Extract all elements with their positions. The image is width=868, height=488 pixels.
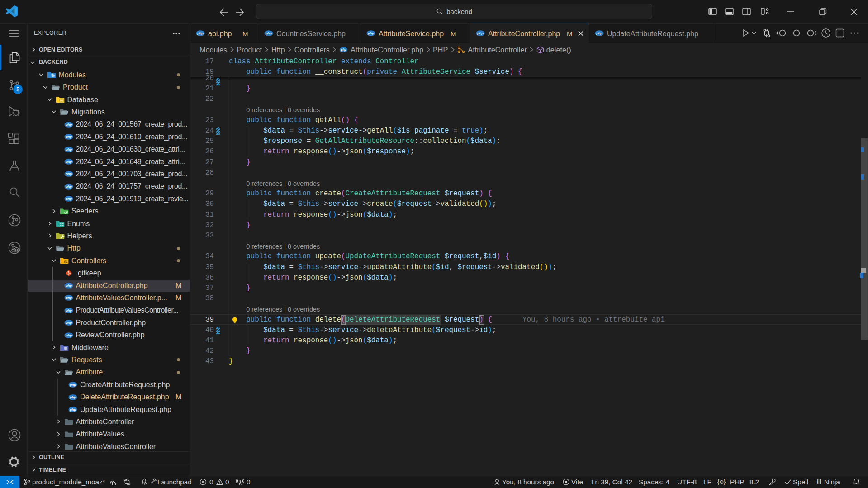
svg-text:php: php <box>65 160 72 164</box>
svg-text:php: php <box>65 123 72 127</box>
svg-text:php: php <box>65 197 72 201</box>
svg-text:php: php <box>65 308 72 313</box>
svg-text:php: php <box>367 31 374 35</box>
svg-text:php: php <box>265 31 272 35</box>
svg-text:php: php <box>596 31 602 35</box>
svg-text:php: php <box>69 395 76 399</box>
svg-text:php: php <box>65 284 72 288</box>
svg-text:php: php <box>340 48 346 52</box>
svg-text:php: php <box>65 333 72 337</box>
svg-text:php: php <box>69 383 76 387</box>
svg-text:php: php <box>65 172 72 176</box>
svg-text:php: php <box>65 135 72 139</box>
svg-text:php: php <box>65 185 72 189</box>
svg-text:php: php <box>65 296 72 300</box>
svg-text:php: php <box>197 31 204 35</box>
svg-text:php: php <box>69 407 76 412</box>
svg-text:php: php <box>65 147 72 152</box>
svg-text:php: php <box>477 31 484 35</box>
svg-text:php: php <box>65 321 72 325</box>
